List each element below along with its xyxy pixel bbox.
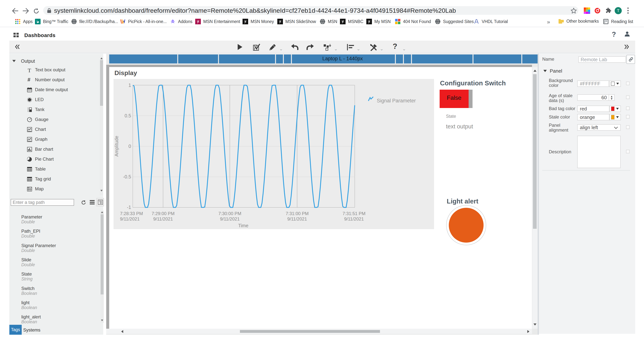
svg-text:9/11/2021: 9/11/2021 xyxy=(220,216,240,221)
svg-text:Amplitude: Amplitude xyxy=(114,136,119,157)
svg-text:Signal Parameter: Signal Parameter xyxy=(377,98,416,104)
svg-text:0: 0 xyxy=(128,144,131,149)
svg-text:9/11/2021: 9/11/2021 xyxy=(120,216,140,221)
svg-text:1: 1 xyxy=(128,83,131,88)
svg-text:7:30:00 PM: 7:30:00 PM xyxy=(218,211,242,216)
svg-text:-1: -1 xyxy=(127,205,131,210)
svg-text:-0.5: -0.5 xyxy=(123,174,131,179)
svg-text:Time: Time xyxy=(238,223,248,228)
svg-text:7:31:51 PM: 7:31:51 PM xyxy=(342,211,366,216)
svg-text:0.5: 0.5 xyxy=(124,113,131,118)
svg-text:9/11/2021: 9/11/2021 xyxy=(344,216,364,221)
svg-text:9/11/2021: 9/11/2021 xyxy=(153,216,173,221)
svg-text:7:31:00 PM: 7:31:00 PM xyxy=(286,211,309,216)
svg-text:7:28:33 PM: 7:28:33 PM xyxy=(120,211,143,216)
svg-text:7:29:00 PM: 7:29:00 PM xyxy=(152,211,175,216)
svg-text:9/11/2021: 9/11/2021 xyxy=(288,216,307,221)
